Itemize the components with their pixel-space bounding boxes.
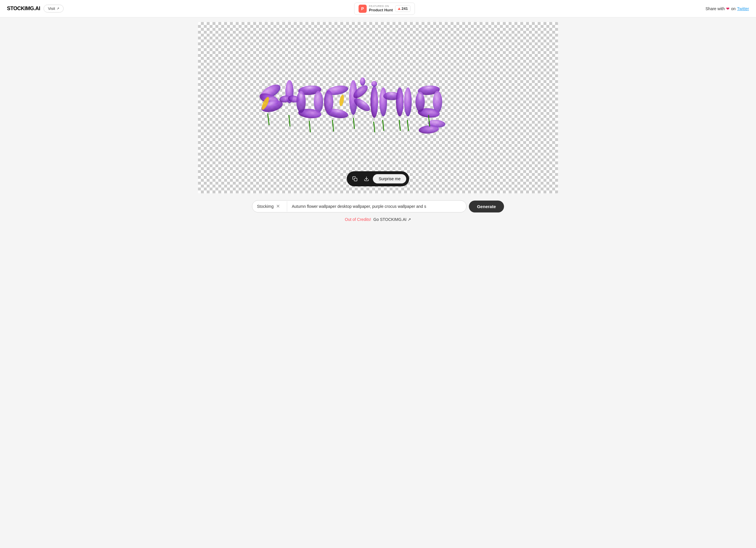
ph-count-value: 241: [402, 6, 408, 11]
svg-line-31: [383, 120, 384, 131]
go-stockimg-link[interactable]: Go STOCKIMG.AI ↗: [373, 217, 411, 222]
go-arrow-icon: ↗: [408, 217, 411, 222]
floral-text-container: [234, 76, 522, 140]
clear-button[interactable]: ✕: [276, 204, 280, 209]
share-prefix: Share with: [705, 6, 725, 11]
svg-line-23: [353, 118, 354, 129]
letter-c: [324, 84, 349, 131]
visit-label: Visit: [48, 6, 55, 11]
visit-arrow-icon: ↗: [57, 7, 59, 10]
main-header: STOCKIMG.AI Visit ↗ P FEATURED ON Produc…: [0, 0, 756, 17]
ph-text: FEATURED ON Product Hunt: [369, 5, 393, 12]
header-left: STOCKIMG.AI Visit ↗: [7, 5, 64, 12]
svg-point-27: [379, 87, 387, 116]
credits-area: Out of Credits! Go STOCKIMG.AI ↗: [345, 217, 411, 222]
ph-count-badge: 241: [395, 5, 411, 12]
ph-logo-icon: P: [359, 5, 367, 13]
svg-point-37: [415, 92, 425, 112]
input-wrapper: Stockimg ✕: [252, 200, 467, 212]
letter-k: [349, 77, 372, 129]
surprise-button[interactable]: Surprise me: [373, 174, 406, 183]
svg-line-26: [374, 122, 375, 132]
main-content: Surprise me Stockimg ✕ Generate Out of C…: [0, 17, 756, 222]
letter-m: [379, 87, 412, 131]
ph-name-label: Product Hunt: [369, 8, 393, 12]
svg-point-24: [370, 86, 378, 118]
ph-upvote-icon: [398, 8, 401, 10]
letter-o: [296, 85, 323, 132]
out-of-credits-label: Out of Credits!: [345, 217, 371, 222]
product-hunt-badge[interactable]: P FEATURED ON Product Hunt 241: [354, 3, 415, 15]
copy-icon: [352, 176, 357, 181]
ph-featured-label: FEATURED ON: [369, 5, 393, 8]
floating-toolbar: Surprise me: [347, 171, 409, 186]
bottom-input-area: Stockimg ✕ Generate: [247, 200, 509, 212]
share-on: on: [731, 6, 736, 11]
svg-point-18: [339, 94, 345, 107]
svg-line-17: [332, 120, 334, 131]
heart-icon: ❤: [726, 6, 730, 11]
svg-line-3: [268, 113, 269, 125]
svg-point-30: [404, 87, 412, 116]
text-tag-label: Stockimg: [257, 204, 274, 209]
go-link-label: Go STOCKIMG.AI: [373, 217, 406, 222]
download-button[interactable]: [361, 174, 372, 184]
letter-s: [258, 82, 284, 125]
generate-button[interactable]: Generate: [469, 201, 504, 212]
prompt-input[interactable]: [287, 201, 466, 212]
canvas-area: Surprise me: [198, 22, 558, 193]
letter-i: [370, 81, 378, 132]
svg-line-32: [399, 120, 400, 131]
share-area: Share with ❤ on Twitter: [705, 6, 749, 11]
twitter-link[interactable]: Twitter: [737, 6, 749, 11]
copy-button[interactable]: [350, 174, 360, 184]
canvas-wrapper: Surprise me: [198, 22, 558, 193]
svg-point-12: [296, 91, 306, 113]
svg-point-10: [314, 91, 323, 113]
svg-line-33: [407, 120, 408, 131]
svg-line-13: [309, 121, 310, 132]
svg-point-22: [360, 77, 365, 86]
svg-rect-41: [354, 178, 357, 181]
svg-point-25: [371, 81, 377, 87]
floral-text-svg: [247, 76, 509, 140]
download-icon: [364, 176, 369, 181]
svg-line-8: [289, 115, 290, 127]
logo: STOCKIMG.AI: [7, 6, 40, 12]
svg-point-29: [396, 87, 404, 116]
text-tag: Stockimg ✕: [252, 201, 287, 212]
visit-button[interactable]: Visit ↗: [44, 5, 63, 12]
letter-g: [415, 85, 446, 134]
